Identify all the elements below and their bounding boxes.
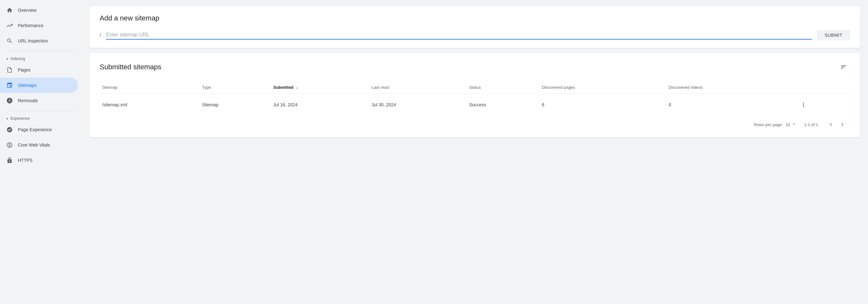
- sidebar-core-web-vitals-label: Core Web Vitals: [18, 143, 50, 148]
- sidebar-item-pages[interactable]: Pages: [0, 62, 78, 78]
- pages-icon: [6, 67, 13, 73]
- divider-2: [6, 111, 75, 111]
- sidebar-overview-label: Overview: [18, 8, 36, 13]
- col-header-submitted[interactable]: Submitted ↓: [271, 81, 369, 94]
- col-header-discovered-pages: Discovered pages: [539, 81, 666, 94]
- sidebar-item-url-inspection[interactable]: URL inspection: [0, 33, 78, 49]
- search-icon: [6, 38, 13, 44]
- sidebar-item-performance[interactable]: Performance: [0, 18, 78, 33]
- col-header-sitemap: Sitemap: [100, 81, 199, 94]
- lock-icon: [6, 157, 13, 163]
- submitted-sitemaps-header: Submitted sitemaps: [100, 61, 850, 73]
- url-input-wrapper: [106, 31, 812, 39]
- cell-sitemap: /sitemap.xml: [100, 94, 199, 116]
- pagination: Rows per page: 10 1-1 of 1: [100, 116, 850, 130]
- more-options-button[interactable]: [798, 99, 809, 111]
- sort-arrow-icon: ↓: [296, 85, 298, 90]
- sidebar-performance-label: Performance: [18, 23, 43, 28]
- add-sitemap-title: Add a new sitemap: [100, 14, 850, 22]
- page-experience-icon: [6, 126, 13, 133]
- cell-status: Success: [467, 94, 539, 116]
- submitted-sitemaps-card: Submitted sitemaps Sitemap Type Submitte…: [89, 53, 860, 137]
- sidebar-item-https[interactable]: HTTPS: [0, 153, 78, 168]
- sitemap-url-input[interactable]: [106, 31, 812, 39]
- indexing-section-label: Indexing: [10, 57, 25, 61]
- submit-button[interactable]: SUBMIT: [817, 30, 850, 40]
- cell-discovered-pages: 6: [539, 94, 666, 116]
- core-web-vitals-icon: [6, 142, 13, 148]
- sitemaps-icon: [6, 82, 13, 88]
- page-range: 1-1 of 1: [804, 122, 818, 127]
- sidebar-item-core-web-vitals[interactable]: Core Web Vitals: [0, 137, 78, 153]
- experience-section-label: Experience: [10, 116, 30, 121]
- col-header-type: Type: [199, 81, 271, 94]
- trending-up-icon: [6, 22, 13, 29]
- section-indexing[interactable]: ▾ Indexing: [0, 54, 82, 62]
- sidebar-item-sitemaps[interactable]: Sitemaps: [0, 78, 78, 93]
- cell-discovered-videos: 0: [666, 94, 795, 116]
- pagination-controls: [826, 119, 847, 130]
- sidebar-page-experience-label: Page Experience: [18, 127, 52, 132]
- home-icon: [6, 7, 13, 13]
- sidebar-https-label: HTTPS: [18, 158, 33, 163]
- filter-icon[interactable]: [837, 61, 850, 73]
- divider-1: [6, 51, 75, 52]
- rows-per-page-label: Rows per page:: [754, 122, 783, 127]
- sidebar-item-removals[interactable]: Removals: [0, 93, 78, 108]
- cell-submitted: Jul 16, 2024: [271, 94, 369, 116]
- sitemaps-table: Sitemap Type Submitted ↓ Last read Statu…: [100, 81, 850, 116]
- cell-type: Sitemap: [199, 94, 271, 116]
- chevron-down-icon: ▾: [6, 57, 8, 61]
- col-header-last-read: Last read: [369, 81, 467, 94]
- next-page-button[interactable]: [837, 119, 847, 130]
- cell-last-read: Jul 30, 2024: [369, 94, 467, 116]
- url-prefix: /: [100, 32, 101, 38]
- rows-dropdown-icon: [792, 122, 797, 128]
- sidebar-removals-label: Removals: [18, 98, 38, 103]
- table-row: /sitemap.xml Sitemap Jul 16, 2024 Jul 30…: [100, 94, 850, 116]
- sidebar: Overview Performance URL inspection ▾ In…: [0, 0, 82, 304]
- cell-more-actions: [795, 94, 850, 116]
- add-sitemap-card: Add a new sitemap / SUBMIT: [89, 6, 860, 48]
- sidebar-item-page-experience[interactable]: Page Experience: [0, 122, 78, 137]
- section-experience[interactable]: ▾ Experience: [0, 114, 82, 122]
- rows-per-page: Rows per page: 10: [754, 122, 797, 128]
- sidebar-url-inspection-label: URL inspection: [18, 38, 48, 43]
- chevron-experience-icon: ▾: [6, 117, 8, 120]
- removals-icon: [6, 97, 13, 104]
- sidebar-pages-label: Pages: [18, 67, 31, 72]
- main-content: Add a new sitemap / SUBMIT Submitted sit…: [82, 0, 868, 304]
- col-header-actions: [795, 81, 850, 94]
- rows-per-page-select[interactable]: 10: [785, 122, 796, 128]
- col-header-status: Status: [467, 81, 539, 94]
- rows-per-page-value: 10: [785, 122, 790, 127]
- prev-page-button[interactable]: [826, 119, 836, 130]
- col-header-discovered-videos: Discovered videos: [666, 81, 795, 94]
- submitted-sitemaps-title: Submitted sitemaps: [100, 63, 161, 71]
- add-sitemap-form: / SUBMIT: [100, 30, 850, 40]
- sidebar-item-overview[interactable]: Overview: [0, 3, 78, 18]
- sidebar-sitemaps-label: Sitemaps: [18, 83, 36, 88]
